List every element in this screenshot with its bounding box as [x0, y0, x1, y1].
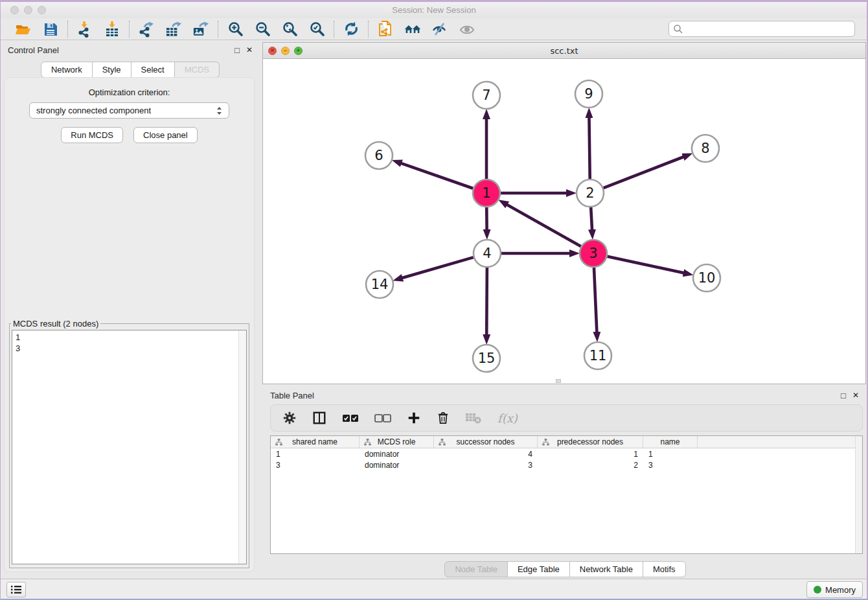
export-image-icon — [192, 21, 209, 38]
graph-node-label-8: 8 — [701, 141, 709, 156]
zoom-in-icon — [227, 21, 244, 37]
table-cell: 3 — [643, 461, 698, 470]
search-input[interactable] — [683, 23, 851, 36]
optimization-criterion-select[interactable]: strongly connected component — [29, 102, 229, 119]
close-table-panel-icon[interactable]: ✕ — [852, 391, 859, 399]
first-neighbors-button[interactable] — [404, 21, 421, 38]
column-header-successor-nodes[interactable]: successor nodes — [434, 436, 538, 448]
graph-edge-4-14[interactable] — [402, 257, 474, 278]
search-field[interactable] — [668, 21, 855, 37]
hide-selected-button[interactable] — [431, 21, 448, 38]
duplicate-network-button[interactable] — [377, 21, 394, 38]
mcds-result-scrollbar[interactable] — [238, 330, 246, 564]
open-folder-icon — [15, 21, 32, 38]
graph-edge-3-10[interactable] — [607, 257, 683, 273]
optimization-criterion-label: Optimization criterion: — [5, 87, 254, 97]
import-network-button[interactable] — [76, 21, 93, 38]
network-graph: 7968124314101511 — [263, 59, 865, 384]
deselect-all-columns-button[interactable] — [374, 413, 391, 423]
graph-node-label-14: 14 — [371, 277, 389, 292]
show-panels-button[interactable] — [6, 582, 26, 597]
control-panel-title: Control Panel — [8, 45, 59, 55]
graph-node-label-10: 10 — [698, 270, 716, 286]
node-table-header: shared nameMCDS rolesuccessor nodesprede… — [271, 436, 862, 448]
session-title: Session: New Session — [0, 5, 868, 15]
eye-slash-icon — [431, 21, 448, 37]
export-network-icon — [138, 21, 155, 38]
splitter-handle[interactable] — [556, 379, 561, 383]
table-tabs: Node TableEdge TableNetwork TableMotifs — [262, 561, 868, 577]
tab-mcds[interactable]: MCDS — [174, 62, 220, 78]
zoom-selected-button[interactable] — [308, 21, 325, 38]
column-header-label: predecessor nodes — [557, 437, 623, 446]
column-header-name[interactable]: name — [643, 436, 698, 448]
tab-style[interactable]: Style — [92, 62, 131, 78]
column-header-predecessor-nodes[interactable]: predecessor nodes — [538, 436, 643, 448]
graph-node-label-7: 7 — [482, 87, 490, 103]
column-header-MCDS-role[interactable]: MCDS role — [360, 436, 434, 448]
show-columns-button[interactable] — [312, 411, 326, 425]
close-panel-button[interactable]: Close panel — [133, 127, 198, 143]
export-table-button[interactable] — [165, 21, 182, 38]
graph-node-label-4: 4 — [483, 246, 491, 261]
tab-select[interactable]: Select — [131, 62, 175, 78]
import-table-button[interactable] — [104, 21, 120, 38]
column-header-shared-name[interactable]: shared name — [271, 436, 360, 448]
open-session-button[interactable] — [15, 21, 32, 38]
float-panel-icon[interactable]: □ — [234, 46, 240, 54]
delete-column-button[interactable] — [437, 411, 450, 425]
node-table[interactable]: shared nameMCDS rolesuccessor nodesprede… — [270, 435, 863, 554]
graph-edge-3-11[interactable] — [594, 268, 597, 332]
network-window-titlebar[interactable]: ✕ − + scc.txt — [263, 43, 865, 59]
zoom-out-button[interactable] — [254, 21, 271, 38]
control-panel-tabs: NetworkStyleSelectMCDS — [0, 62, 260, 78]
list-icon — [10, 584, 22, 595]
search-icon — [673, 24, 683, 34]
export-network-button[interactable] — [138, 21, 155, 38]
mcds-result-title: MCDS result (2 nodes) — [11, 319, 100, 329]
refresh-icon — [343, 21, 360, 37]
graph-edge-3-1[interactable] — [507, 205, 580, 247]
network-window-title: scc.txt — [263, 46, 865, 56]
node-table-scrollbar[interactable] — [855, 436, 862, 553]
tab-node-table[interactable]: Node Table — [444, 561, 508, 577]
select-all-columns-button[interactable] — [342, 413, 359, 423]
network-canvas[interactable]: 7968124314101511 — [263, 59, 865, 384]
table-row[interactable]: 1dominator411 — [271, 448, 862, 459]
graph-edge-2-8[interactable] — [604, 157, 684, 188]
table-cell: 2 — [538, 461, 643, 470]
control-panel: Control Panel □ ✕ NetworkStyleSelectMCDS… — [0, 41, 260, 579]
table-panel-title: Table Panel — [270, 391, 314, 400]
run-mcds-button[interactable]: Run MCDS — [61, 127, 123, 143]
export-image-button[interactable] — [192, 21, 209, 38]
graph-edge-4-15[interactable] — [486, 268, 487, 335]
table-cell: 3 — [434, 461, 538, 470]
column-header-label: shared name — [292, 437, 337, 446]
memory-status-icon — [814, 586, 821, 594]
function-builder-button[interactable]: f(x) — [497, 411, 518, 425]
plus-icon — [407, 411, 421, 425]
float-table-panel-icon[interactable]: □ — [841, 391, 846, 400]
mcds-result-list[interactable]: 1 3 — [12, 330, 247, 564]
tab-edge-table[interactable]: Edge Table — [507, 561, 570, 577]
table-cell: dominator — [360, 461, 434, 470]
table-options-button[interactable] — [282, 411, 297, 425]
tab-network-table[interactable]: Network Table — [569, 561, 643, 577]
delete-table-icon — [465, 411, 482, 424]
tab-motifs[interactable]: Motifs — [643, 561, 686, 577]
table-row[interactable]: 3dominator323 — [271, 459, 862, 470]
zoom-fit-button[interactable] — [281, 21, 298, 38]
apply-layout-button[interactable] — [343, 21, 360, 38]
memory-button[interactable]: Memory — [806, 581, 863, 598]
delete-table-button[interactable] — [465, 411, 482, 424]
graph-edge-2-9[interactable] — [589, 117, 589, 179]
create-column-button[interactable] — [407, 411, 421, 425]
zoom-in-button[interactable] — [227, 21, 244, 38]
close-panel-icon[interactable]: ✕ — [246, 46, 253, 54]
graph-edge-1-6[interactable] — [401, 163, 473, 189]
graph-edge-2-3[interactable] — [591, 207, 592, 230]
column-header-label: name — [660, 437, 680, 446]
save-session-button[interactable] — [42, 21, 59, 38]
show-all-button[interactable] — [459, 21, 475, 38]
tab-network[interactable]: Network — [41, 62, 93, 78]
